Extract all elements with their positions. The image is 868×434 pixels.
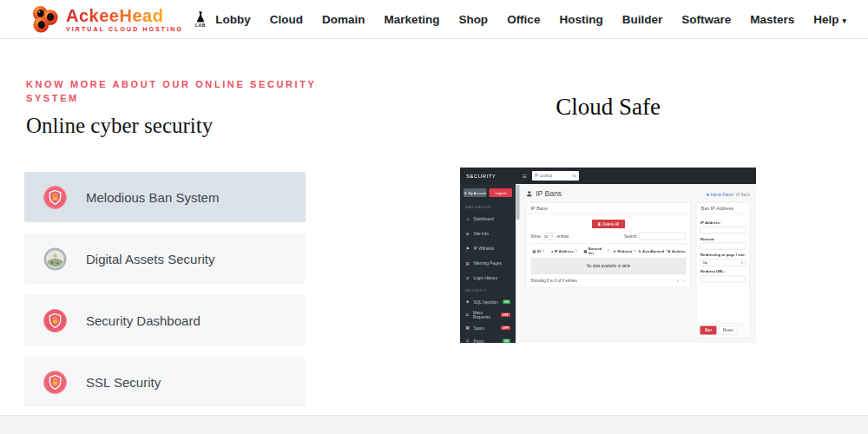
sidebar-item-label: Login History <box>474 275 498 280</box>
feature-list: Melodious Ban System Digital Assets Secu… <box>24 172 306 407</box>
sidebar-item-label: Mass Requests <box>473 310 497 319</box>
feature-label: Melodious Ban System <box>86 190 219 205</box>
column-header-redirect[interactable]: ➤Redirect⇅ <box>612 244 637 258</box>
table-footer: Showing 0 to 0 of 0 entries ‹ › <box>531 274 687 283</box>
search-icon[interactable] <box>572 174 576 178</box>
section-eyebrow: KNOW MORE ABOUT OUR ONLINE SECURITY SYST… <box>26 78 360 106</box>
table-search-input[interactable] <box>640 233 687 240</box>
page-length-select[interactable]: 10 ⇅ <box>542 233 556 240</box>
sidebar-item-proxy[interactable]: ⊙ Proxy ON <box>460 334 516 343</box>
arrow-icon: ➤ <box>614 249 616 253</box>
sidebar-item-label: Dashboard <box>474 216 494 221</box>
redirect-url-field[interactable] <box>700 275 746 282</box>
ban-ip-form: IP Address: Reason: Redirecting to page … <box>697 214 750 285</box>
sidebar-item-dashboard[interactable]: ⌂ Dashboard <box>460 212 516 227</box>
security-admin-panel: SECURITY ≡ My Acco <box>460 168 756 343</box>
lab-flask-icon[interactable]: LAB <box>195 11 206 28</box>
redirect-toggle-select[interactable]: No ▾ <box>700 259 746 266</box>
sort-icon: ⇅ <box>542 249 545 253</box>
feature-item-melodious-ban-system[interactable]: Melodious Ban System <box>24 172 306 222</box>
digital-assets-coin-icon <box>43 247 67 271</box>
sidebar-item-spam[interactable]: ▦ Spam OFF <box>460 321 516 334</box>
sidebar-item-site-info[interactable]: ⚙ Site Info <box>460 227 516 241</box>
home-icon: ⌂ <box>465 217 470 221</box>
gear-icon: ✱ <box>667 249 670 253</box>
table-info-text: Showing 0 to 0 of 0 entries <box>531 279 577 283</box>
feature-item-digital-assets-security[interactable]: Digital Assets Security <box>24 233 306 284</box>
nav-help-label: Help <box>813 13 838 26</box>
nav-item-builder[interactable]: Builder <box>622 13 663 26</box>
nav-item-office[interactable]: Office <box>507 13 540 26</box>
grid-icon: ▦ <box>465 326 470 330</box>
ban-ip-card-footer: Ban Reset <box>697 323 750 338</box>
sidebar-item-sql-injection[interactable]: ◈ SQL Injection ON <box>460 295 516 308</box>
pagination-next[interactable]: › <box>683 279 685 284</box>
table-empty-message: No data available in table <box>531 259 687 275</box>
ip-bans-card-body: Delete All Show 10 ⇅ <box>527 214 691 287</box>
nav-item-help[interactable]: Help▾ <box>813 13 846 26</box>
status-badge: OFF <box>501 326 510 330</box>
brand-logo[interactable]: AckeeHead VIRTUAL CLOUD HOSTING <box>30 4 183 34</box>
status-badge: ON <box>503 299 510 304</box>
nav-item-hosting[interactable]: Hosting <box>559 13 602 26</box>
ip-lookup-input[interactable] <box>535 174 573 178</box>
sidebar-item-login-history[interactable]: ↺ Login History <box>460 271 516 286</box>
feature-item-security-dashboard[interactable]: Security Dashboard <box>24 295 306 345</box>
status-badge: ON <box>503 339 510 343</box>
column-header-ip-address[interactable]: ●IP Address⇅ <box>549 244 582 258</box>
shield-lock-icon <box>43 371 67 394</box>
column-header-autobanned[interactable]: ↯AutoBanned⇅ <box>636 244 666 258</box>
nav-item-marketing[interactable]: Marketing <box>385 13 440 26</box>
ackee-fruit-icon <box>30 4 60 34</box>
pagination-prev[interactable]: ‹ <box>677 279 679 284</box>
sidebar-item-ip-whitelist[interactable]: ⚑ IP Whitelist <box>460 241 516 256</box>
reason-label: Reason: <box>700 236 746 240</box>
brand-tagline: VIRTUAL CLOUD HOSTING <box>66 26 183 32</box>
feature-label: Security Dashboard <box>86 313 201 328</box>
nav-item-domain[interactable]: Domain <box>322 13 365 26</box>
breadcrumb-admin-panel[interactable]: Admin Panel <box>707 193 733 197</box>
logout-label: Logout <box>496 191 506 195</box>
ip-address-field[interactable] <box>700 227 746 233</box>
sidebar-security-label: SECURITY <box>460 286 516 296</box>
trash-icon <box>598 222 602 227</box>
nav-item-shop[interactable]: Shop <box>458 13 488 26</box>
show-label: Show <box>531 234 541 239</box>
sidebar-item-label: Warning Pages <box>474 260 502 266</box>
sidebar-item-label: IP Whitelist <box>474 246 495 251</box>
file-icon: ▤ <box>465 261 470 266</box>
delete-all-button[interactable]: Delete All <box>592 220 625 228</box>
sidebar-item-mass-requests[interactable]: ⇄ Mass Requests OFF <box>460 308 516 321</box>
select-arrows-icon: ⇅ <box>551 234 554 238</box>
column-header-id[interactable]: ▤ID⇅ <box>531 244 549 258</box>
sidebar-item-warning-pages[interactable]: ▤ Warning Pages <box>460 256 516 271</box>
feature-label: Digital Assets Security <box>86 252 214 266</box>
scrollbar-thumb[interactable] <box>516 185 520 220</box>
ip-bans-card: IP Bans Delete All <box>526 202 691 288</box>
reset-button[interactable]: Reset <box>720 326 738 335</box>
lab-label: LAB <box>195 23 206 28</box>
top-navbar: AckeeHead VIRTUAL CLOUD HOSTING LAB Lobb… <box>0 0 868 39</box>
nav-item-cloud[interactable]: Cloud <box>270 13 303 26</box>
ip-address-label: IP Address: <box>700 220 746 225</box>
reason-field[interactable] <box>700 243 746 250</box>
brand-name: AckeeHead <box>66 7 183 24</box>
ban-button[interactable]: Ban <box>700 326 717 335</box>
menu-icon[interactable]: ≡ <box>523 172 527 180</box>
table-header-row: ▤ID⇅ ●IP Address⇅ ▦Banned On⇅ ➤Redirect⇅… <box>531 244 687 259</box>
flask-icon <box>196 11 205 23</box>
chevron-down-icon: ▾ <box>842 16 846 25</box>
my-account-button[interactable]: My Account <box>464 188 487 197</box>
dashboard-screenshot: SECURITY ≡ My Acco <box>460 168 756 343</box>
nav-item-software[interactable]: Software <box>681 13 731 26</box>
ip-bans-card-title: IP Bans <box>527 203 691 215</box>
feature-item-ssl-security[interactable]: SSL Security <box>24 357 306 407</box>
main-nav: Lobby Cloud Domain Marketing Shop Office… <box>215 13 846 26</box>
column-header-actions[interactable]: ✱Actions <box>666 244 686 258</box>
nav-item-masters[interactable]: Masters <box>750 13 794 26</box>
status-badge: OFF <box>501 312 510 317</box>
column-header-banned-on[interactable]: ▦Banned On⇅ <box>582 244 612 258</box>
logout-button[interactable]: Logout <box>490 188 513 197</box>
entries-label: entries <box>557 234 569 239</box>
nav-item-lobby[interactable]: Lobby <box>215 13 251 26</box>
